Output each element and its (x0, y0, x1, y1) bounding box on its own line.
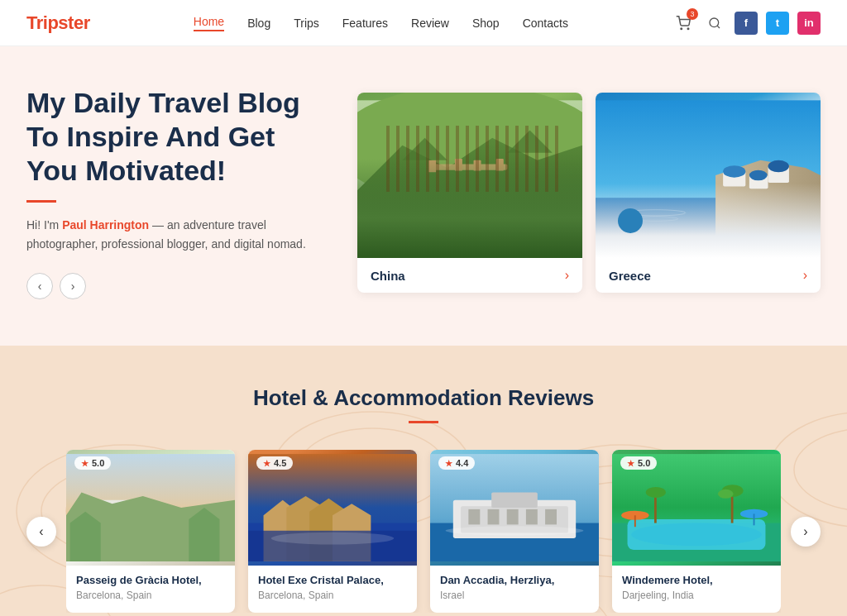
svg-rect-10 (455, 159, 462, 171)
svg-rect-15 (596, 198, 821, 250)
svg-rect-11 (474, 160, 481, 171)
logo-text-prefix: Trip (26, 12, 58, 33)
cart-badge: 3 (687, 8, 698, 20)
svg-rect-52 (545, 509, 557, 525)
hotel-name-2: Dan Accadia, Herzliya, (440, 574, 589, 588)
hero-section: My Daily Travel Blog To Inspire And Get … (0, 46, 847, 346)
logo-text-highlight: ster (58, 12, 89, 33)
nav-trips[interactable]: Trips (294, 17, 319, 30)
hero-destinations: China › (357, 93, 821, 293)
hero-navigation: ‹ › (26, 273, 324, 299)
nav-home[interactable]: Home (194, 15, 224, 31)
china-arrow-icon[interactable]: › (565, 268, 569, 283)
hero-text-block: My Daily Travel Blog To Inspire And Get … (26, 86, 324, 299)
cart-button[interactable]: 3 (672, 12, 695, 35)
hotel-info-2: Dan Accadia, Herzliya, Israel (430, 566, 599, 613)
hotel-name-0: Passeig de Gràcia Hotel, (76, 574, 225, 588)
star-icon-3: ★ (627, 459, 634, 468)
hotels-carousel: ‹ (26, 450, 821, 613)
hero-description: Hi! I'm Paul Harrington — an adventure t… (26, 216, 324, 253)
svg-point-64 (718, 489, 734, 499)
nav-contacts[interactable]: Contacts (523, 17, 568, 30)
instagram-button[interactable]: in (797, 12, 821, 35)
hotel-card-3[interactable]: ★ 5.0 Windemere Hotel, Darjeeling, India (612, 450, 781, 613)
destination-card-greece[interactable]: Greece › (596, 93, 821, 293)
author-name: Paul Harrington (62, 218, 149, 232)
nav-features[interactable]: Features (342, 17, 388, 30)
hotel-name-3: Windemere Hotel, (622, 574, 771, 588)
svg-point-57 (631, 523, 762, 547)
nav-review[interactable]: Review (411, 17, 449, 30)
hotel-rating-3: ★ 5.0 (620, 456, 657, 470)
search-button[interactable] (703, 12, 726, 35)
hotel-rating-1: ★ 4.5 (256, 456, 293, 470)
header-actions: 3 f t in (672, 12, 821, 35)
svg-marker-13 (507, 131, 552, 153)
hotel-location-0: Barcelona, Spain (76, 590, 225, 601)
china-card-footer: China › (357, 258, 582, 293)
hotel-rating-2: ★ 4.4 (438, 456, 475, 470)
star-icon-1: ★ (263, 459, 270, 468)
hotel-location-2: Israel (440, 590, 589, 601)
destination-card-china[interactable]: China › (357, 93, 582, 293)
svg-rect-7 (433, 164, 508, 170)
hero-title: My Daily Travel Blog To Inspire And Get … (26, 86, 324, 187)
svg-rect-65 (654, 494, 657, 523)
svg-point-24 (633, 217, 677, 221)
svg-rect-8 (428, 160, 436, 173)
hotel-info-0: Passeig de Gràcia Hotel, Barcelona, Spai… (66, 566, 235, 613)
svg-line-3 (717, 26, 720, 28)
hotel-card-1[interactable]: ★ 4.5 Hotel Exe Cristal Palace, Barcelon… (248, 450, 417, 613)
hotel-location-1: Barcelona, Spain (258, 590, 407, 601)
star-icon-0: ★ (81, 459, 89, 468)
hero-prev-button[interactable]: ‹ (26, 273, 53, 299)
svg-point-5 (357, 93, 582, 205)
site-logo[interactable]: Tripster (26, 12, 90, 34)
hotel-rating-value-2: 4.4 (456, 458, 468, 468)
hotel-image-1: ★ 4.5 (248, 450, 417, 566)
hotel-name-1: Hotel Exe Cristal Palace, (258, 574, 407, 588)
svg-point-23 (625, 210, 686, 216)
nav-blog[interactable]: Blog (247, 17, 270, 30)
svg-point-0 (681, 28, 682, 30)
svg-point-20 (749, 170, 768, 181)
hotel-image-3: ★ 5.0 (612, 450, 781, 566)
china-image (357, 93, 582, 258)
svg-point-22 (768, 160, 789, 173)
hotel-card-2[interactable]: ★ 4.4 Dan Accadia, Herzliya, Israel (430, 450, 599, 613)
svg-rect-51 (526, 509, 538, 525)
hotel-image-0: ★ 5.0 (66, 450, 235, 566)
china-label: China (371, 269, 405, 283)
svg-point-2 (710, 18, 719, 27)
facebook-button[interactable]: f (735, 12, 758, 35)
svg-rect-47 (491, 493, 538, 509)
svg-point-66 (646, 487, 666, 498)
svg-marker-6 (357, 138, 582, 251)
carousel-next-button[interactable]: › (791, 517, 821, 547)
hero-desc-prefix: Hi! I'm (26, 218, 62, 232)
svg-point-53 (446, 526, 584, 535)
svg-rect-49 (488, 509, 500, 525)
greece-card-footer: Greece › (596, 258, 821, 293)
svg-rect-48 (468, 509, 480, 525)
carousel-prev-button[interactable]: ‹ (26, 517, 56, 547)
svg-rect-9 (496, 159, 504, 171)
hotels-list: ★ 5.0 Passeig de Gràcia Hotel, Barcelona… (66, 450, 781, 613)
svg-rect-61 (754, 514, 755, 526)
svg-point-18 (723, 165, 745, 178)
svg-point-1 (687, 28, 689, 30)
hotel-rating-value-1: 4.5 (274, 458, 286, 468)
greece-label: Greece (609, 269, 651, 283)
greece-arrow-icon[interactable]: › (803, 268, 807, 283)
svg-rect-59 (634, 515, 636, 527)
hotel-rating-value-3: 5.0 (638, 458, 650, 468)
twitter-button[interactable]: t (766, 12, 789, 35)
hotel-image-2: ★ 4.4 (430, 450, 599, 566)
header: Tripster Home Blog Trips Features Review… (0, 0, 847, 46)
hero-next-button[interactable]: › (60, 273, 86, 299)
nav-shop[interactable]: Shop (472, 17, 500, 30)
hotel-card-0[interactable]: ★ 5.0 Passeig de Gràcia Hotel, Barcelona… (66, 450, 235, 613)
hotel-location-3: Darjeeling, India (622, 590, 771, 601)
greece-image (596, 93, 821, 258)
hotels-section: Hotel & Accommodation Reviews ‹ (0, 346, 847, 616)
